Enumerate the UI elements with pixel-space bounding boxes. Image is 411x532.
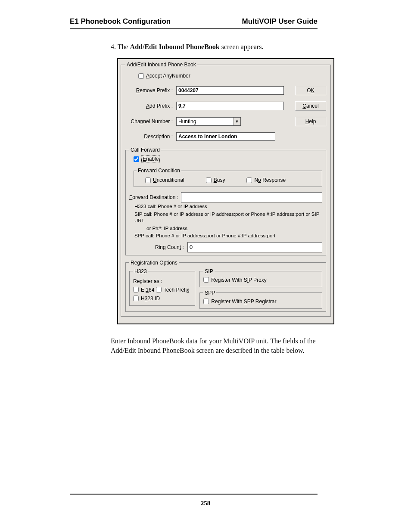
forward-dest-label: Forward Destination :	[129, 194, 178, 200]
page-header: E1 Phonebook Configuration MultiVOIP Use…	[70, 17, 318, 29]
groupbox-title: Add/Edit Inbound Phone Book	[125, 62, 197, 68]
call-forward-title: Call Forward	[129, 147, 161, 153]
registration-options-group: Registration Options H323 Register as : …	[125, 260, 326, 312]
enable-box[interactable]	[134, 156, 139, 162]
remove-prefix-label: Remove Prefix :	[125, 87, 176, 93]
busy-checkbox[interactable]: Busy	[206, 177, 225, 183]
channel-label: Channel Number :	[125, 118, 176, 124]
help-button[interactable]: Help	[295, 117, 326, 126]
h323-title: H323	[133, 268, 148, 274]
e164-checkbox[interactable]: E.164	[133, 287, 154, 293]
ring-count-input[interactable]	[187, 242, 322, 252]
header-right: MultiVOIP User Guide	[242, 17, 318, 26]
channel-value: Hunting	[178, 118, 196, 124]
sip-group: SIP Register With SIP Proxy	[199, 268, 322, 287]
accept-any-checkbox[interactable]: Accept AnyNumber	[138, 73, 190, 79]
tech-prefix-checkbox[interactable]: Tech Prefix	[156, 287, 189, 293]
add-prefix-input[interactable]	[176, 102, 284, 110]
sip-title: SIP	[203, 268, 214, 274]
spp-title: SPP	[203, 290, 216, 296]
call-forward-group: Call Forward Enable Forward Condition Un…	[125, 147, 326, 255]
page-number: 258	[42, 500, 369, 507]
no-response-checkbox[interactable]: No Response	[246, 177, 286, 183]
channel-dropdown[interactable]: Hunting ▼	[176, 117, 241, 126]
register-spp-checkbox[interactable]: Register With SPP Registrar	[203, 299, 276, 305]
forward-condition-title: Forward Condition	[137, 168, 181, 174]
outro-text: Enter Inbound PhoneBook data for your Mu…	[111, 336, 318, 356]
register-as-label: Register as :	[133, 278, 191, 284]
accept-any-label: Accept AnyNumber	[146, 73, 190, 79]
add-prefix-label: Add Prefix :	[125, 103, 176, 109]
hint-sip: SIP call: Phone # or IP address or IP ad…	[134, 211, 322, 224]
description-input[interactable]	[176, 132, 275, 141]
unconditional-checkbox[interactable]: Unconditional	[145, 177, 184, 183]
cancel-button[interactable]: Cancel	[295, 101, 326, 111]
hint-sip2: or Ph#: IP address	[146, 225, 322, 232]
footer-rule	[70, 494, 318, 495]
hint-h323: H323 call: Phone # or IP address	[134, 203, 322, 210]
hint-spp: SPP call: Phone # or IP address:port or …	[134, 233, 322, 240]
forward-dest-input[interactable]	[181, 192, 322, 202]
description-label: Description :	[125, 134, 176, 140]
ok-button[interactable]: OK	[295, 86, 326, 95]
ring-count-label: Ring Count :	[155, 244, 184, 250]
dialog-screenshot: Add/Edit Inbound Phone Book Accept AnyNu…	[117, 58, 334, 324]
forward-condition-group: Forward Condition Unconditional Busy	[134, 168, 322, 187]
spp-group: SPP Register With SPP Registrar	[199, 290, 322, 309]
enable-checkbox[interactable]: Enable	[134, 156, 160, 162]
h323-group: H323 Register as : E.164 Tech Prefix	[129, 268, 195, 306]
h323id-checkbox[interactable]: H323 ID	[133, 296, 160, 302]
registration-options-title: Registration Options	[129, 260, 179, 266]
remove-prefix-input[interactable]	[176, 86, 284, 95]
intro-text: 4. The Add/Edit Inbound PhoneBook screen…	[111, 42, 318, 52]
accept-any-box[interactable]	[138, 73, 144, 79]
enable-label: Enable	[141, 156, 160, 162]
register-sip-checkbox[interactable]: Register With SIP Proxy	[203, 277, 267, 283]
header-left: E1 Phonebook Configuration	[70, 17, 171, 26]
main-groupbox: Add/Edit Inbound Phone Book Accept AnyNu…	[121, 62, 331, 317]
chevron-down-icon: ▼	[233, 118, 240, 125]
